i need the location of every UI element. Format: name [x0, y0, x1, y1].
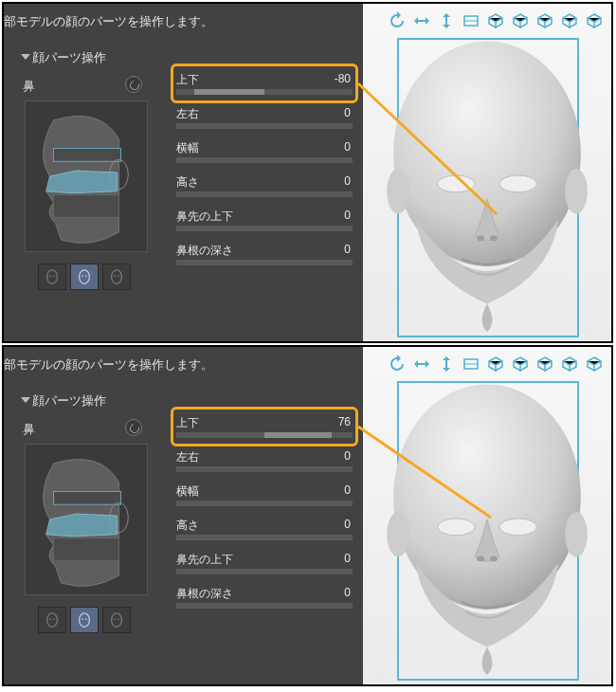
- slider-label: 鼻根の深さ: [176, 587, 233, 600]
- slider-label: 鼻先の上下: [176, 209, 233, 223]
- slider-row: 横幅 0: [176, 140, 353, 174]
- slider-value: 0: [344, 243, 351, 256]
- viewport-toolbar: [371, 11, 604, 32]
- svg-point-17: [387, 169, 409, 213]
- svg-point-15: [477, 235, 484, 241]
- slider-value: 0: [344, 209, 351, 222]
- slider-row: 鼻根の深さ 0: [176, 586, 353, 620]
- slider-label: 左右: [176, 107, 199, 120]
- slider-track[interactable]: [176, 501, 353, 506]
- profile-guide: [25, 444, 148, 595]
- svg-point-16: [490, 235, 498, 241]
- svg-point-32: [118, 618, 119, 620]
- slider-value: 0: [344, 140, 351, 154]
- slider-track[interactable]: [176, 123, 353, 129]
- svg-point-37: [490, 556, 498, 562]
- slider-row: 鼻先の上下 0: [176, 552, 353, 586]
- svg-point-39: [565, 512, 588, 556]
- reset-icon[interactable]: [125, 419, 142, 436]
- svg-point-36: [477, 556, 484, 562]
- slider-track[interactable]: [176, 535, 353, 540]
- section-title: 顔パーツ操作: [23, 49, 106, 66]
- svg-point-7: [82, 275, 83, 277]
- slider-label: 左右: [176, 450, 199, 464]
- slider-value: 0: [344, 518, 351, 531]
- category-label: 鼻: [23, 78, 35, 95]
- svg-point-38: [387, 512, 409, 556]
- sliders-column: 上下 76 左右 0 横幅 0 高さ 0: [176, 415, 353, 620]
- globe-icon[interactable]: [585, 355, 604, 373]
- slider-row: 高さ 0: [176, 174, 353, 209]
- cube-rotate-icon[interactable]: [511, 355, 530, 373]
- svg-point-34: [438, 519, 476, 536]
- viewport-3d[interactable]: [363, 347, 611, 684]
- slider-value: 0: [344, 552, 351, 565]
- svg-point-24: [47, 613, 58, 627]
- move-horizontal-icon[interactable]: [412, 355, 431, 373]
- slider-label: 上下: [176, 73, 199, 86]
- svg-point-27: [80, 613, 90, 627]
- viewport-3d[interactable]: [363, 4, 611, 341]
- svg-point-35: [499, 519, 537, 536]
- svg-point-9: [112, 270, 122, 283]
- rotate-icon[interactable]: [388, 355, 407, 373]
- globe-icon[interactable]: [585, 11, 604, 30]
- svg-point-10: [114, 275, 116, 277]
- svg-point-13: [438, 175, 476, 192]
- slider-track[interactable]: [176, 157, 353, 163]
- svg-point-31: [114, 618, 116, 620]
- slider-track[interactable]: [176, 603, 353, 609]
- move-vertical-icon[interactable]: [437, 11, 456, 30]
- svg-point-4: [49, 275, 51, 277]
- view-tabs: [38, 264, 131, 290]
- front-face-icon[interactable]: [70, 264, 99, 290]
- slider-label: 横幅: [176, 141, 199, 155]
- slider-value: 0: [344, 174, 351, 188]
- svg-rect-21: [54, 491, 121, 504]
- svg-rect-0: [54, 148, 121, 161]
- cube-top-icon[interactable]: [535, 11, 554, 30]
- slider-track[interactable]: [176, 260, 353, 265]
- slider-value: 0: [344, 483, 351, 497]
- layers-icon[interactable]: [560, 11, 579, 30]
- slider-value: 0: [344, 449, 351, 463]
- profile-right-icon[interactable]: [102, 264, 131, 290]
- move-horizontal-icon[interactable]: [412, 11, 431, 30]
- slider-value: 76: [338, 415, 351, 428]
- svg-point-5: [53, 275, 55, 277]
- front-face-icon[interactable]: [70, 607, 99, 633]
- cube-front-icon[interactable]: [486, 355, 505, 373]
- cube-front-icon[interactable]: [486, 11, 505, 30]
- slider-track[interactable]: [176, 226, 353, 231]
- profile-right-icon[interactable]: [102, 607, 131, 633]
- rotate-icon[interactable]: [388, 11, 407, 30]
- slider-track[interactable]: [176, 569, 353, 574]
- slider-track[interactable]: [176, 89, 353, 95]
- slider-row: 左右 0: [176, 449, 353, 483]
- panel-description: 部モデルの顔のパーツを操作します。: [4, 356, 213, 373]
- cube-top-icon[interactable]: [535, 355, 554, 373]
- slider-label: 高さ: [176, 175, 199, 189]
- svg-point-18: [565, 169, 588, 213]
- move-vertical-icon[interactable]: [437, 355, 456, 373]
- slider-track[interactable]: [176, 432, 353, 438]
- slider-label: 上下: [176, 416, 199, 429]
- slider-label: 高さ: [176, 519, 199, 532]
- reset-icon[interactable]: [125, 76, 142, 93]
- fit-icon[interactable]: [462, 11, 480, 30]
- profile-left-icon[interactable]: [38, 264, 66, 290]
- slider-row: 上下 76: [176, 415, 353, 449]
- slider-label: 横幅: [176, 484, 199, 498]
- viewport-toolbar: [371, 355, 604, 375]
- panel-description: 部モデルの顔のパーツを操作します。: [4, 13, 213, 30]
- layers-icon[interactable]: [560, 355, 579, 373]
- svg-rect-2: [54, 195, 119, 218]
- profile-left-icon[interactable]: [38, 607, 66, 633]
- slider-track[interactable]: [176, 191, 353, 197]
- cube-rotate-icon[interactable]: [511, 11, 530, 30]
- fit-icon[interactable]: [462, 355, 480, 373]
- sliders-column: 上下 -80 左右 0 横幅 0 高さ 0: [176, 72, 353, 277]
- slider-track[interactable]: [176, 466, 353, 472]
- svg-point-29: [85, 618, 87, 620]
- category-label: 鼻: [23, 421, 35, 438]
